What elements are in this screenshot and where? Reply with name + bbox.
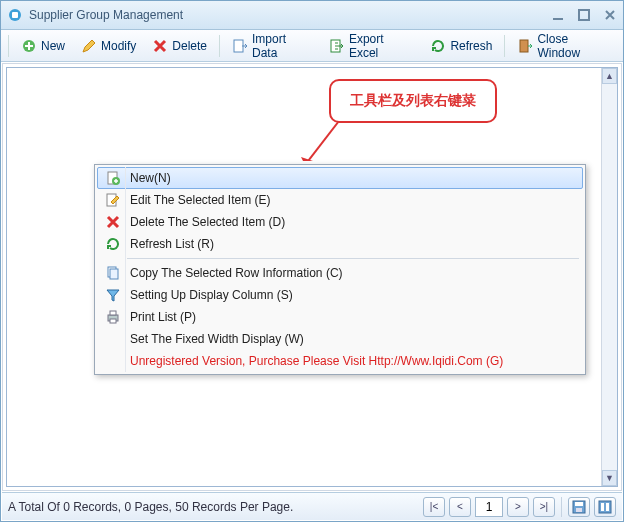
plus-doc-icon (100, 170, 126, 186)
door-icon (517, 38, 533, 54)
svg-rect-19 (599, 501, 611, 513)
toolbar-separator (504, 35, 505, 57)
statusbar: A Total Of 0 Records, 0 Pages, 50 Record… (2, 492, 622, 520)
ctx-edit[interactable]: Edit The Selected Item (E) (97, 189, 583, 211)
ctx-new[interactable]: New(N) (97, 167, 583, 189)
modify-button[interactable]: Modify (74, 34, 143, 58)
statusbar-separator (561, 497, 562, 517)
context-menu-separator (127, 258, 579, 259)
ctx-print[interactable]: Print List (P) (97, 306, 583, 328)
window-controls (551, 8, 617, 22)
titlebar: Supplier Group Management (1, 1, 623, 30)
svg-rect-15 (110, 319, 116, 323)
refresh-icon (430, 38, 446, 54)
pager-next-button[interactable]: > (507, 497, 529, 517)
pager: |< < > >| (423, 497, 555, 517)
edit-icon (100, 192, 126, 208)
export-button[interactable]: Export Excel (322, 28, 421, 64)
svg-rect-21 (606, 503, 609, 511)
pager-page-input[interactable] (475, 497, 503, 517)
close-window-button[interactable]: Close Window (510, 28, 619, 64)
delete-x-icon (100, 214, 126, 230)
modify-label: Modify (101, 39, 136, 53)
svg-rect-3 (579, 10, 589, 20)
export-label: Export Excel (349, 32, 414, 60)
import-icon (232, 38, 248, 54)
pager-last-button[interactable]: >| (533, 497, 555, 517)
toolbar: New Modify Delete Import Data Export Ex (1, 30, 623, 62)
close-window-label: Close Window (537, 32, 612, 60)
svg-rect-5 (234, 40, 243, 52)
ctx-refresh[interactable]: Refresh List (R) (97, 233, 583, 255)
new-button[interactable]: New (14, 34, 72, 58)
printer-icon (100, 309, 126, 325)
plus-icon (21, 38, 37, 54)
svg-rect-17 (575, 502, 583, 506)
context-menu-gutter (125, 167, 126, 372)
ctx-refresh-label: Refresh List (R) (126, 237, 576, 251)
pager-first-button[interactable]: |< (423, 497, 445, 517)
import-button[interactable]: Import Data (225, 28, 320, 64)
ctx-unregistered-label: Unregistered Version, Purchase Please Vi… (126, 354, 576, 368)
close-button[interactable] (603, 8, 617, 22)
ctx-copy[interactable]: Copy The Selected Row Information (C) (97, 262, 583, 284)
svg-rect-1 (12, 12, 18, 18)
ctx-print-label: Print List (P) (126, 310, 576, 324)
refresh-button[interactable]: Refresh (423, 34, 499, 58)
minimize-button[interactable] (551, 8, 565, 22)
toolbar-separator (219, 35, 220, 57)
delete-label: Delete (172, 39, 207, 53)
refresh-icon (100, 236, 126, 252)
ctx-fixedwidth[interactable]: Set The Fixed Width Display (W) (97, 328, 583, 350)
ctx-columns-label: Setting Up Display Column (S) (126, 288, 576, 302)
scroll-down-button[interactable]: ▼ (602, 470, 617, 486)
settings-button[interactable] (594, 497, 616, 517)
copy-icon (100, 265, 126, 281)
window-title: Supplier Group Management (29, 8, 551, 22)
maximize-button[interactable] (577, 8, 591, 22)
svg-rect-20 (601, 503, 604, 511)
export-icon (329, 38, 345, 54)
ctx-new-label: New(N) (126, 171, 576, 185)
ctx-delete-label: Delete The Selected Item (D) (126, 215, 576, 229)
ctx-edit-label: Edit The Selected Item (E) (126, 193, 576, 207)
refresh-label: Refresh (450, 39, 492, 53)
svg-rect-14 (110, 311, 116, 315)
svg-rect-12 (110, 269, 118, 279)
save-layout-button[interactable] (568, 497, 590, 517)
callout-pointer (301, 121, 341, 161)
import-label: Import Data (252, 32, 313, 60)
scroll-up-button[interactable]: ▲ (602, 68, 617, 84)
delete-icon (152, 38, 168, 54)
callout-text: 工具栏及列表右键菜 (350, 92, 476, 110)
callout-bubble: 工具栏及列表右键菜 (329, 79, 497, 123)
pencil-icon (81, 38, 97, 54)
svg-rect-7 (520, 40, 528, 52)
status-message: A Total Of 0 Records, 0 Pages, 50 Record… (8, 500, 423, 514)
new-label: New (41, 39, 65, 53)
ctx-columns[interactable]: Setting Up Display Column (S) (97, 284, 583, 306)
pager-prev-button[interactable]: < (449, 497, 471, 517)
context-menu: New(N) Edit The Selected Item (E) Delete… (94, 164, 586, 375)
svg-rect-18 (576, 508, 582, 512)
ctx-unregistered[interactable]: Unregistered Version, Purchase Please Vi… (97, 350, 583, 372)
toolbar-separator (8, 35, 9, 57)
app-icon (7, 7, 23, 23)
delete-button[interactable]: Delete (145, 34, 214, 58)
funnel-icon (100, 287, 126, 303)
ctx-copy-label: Copy The Selected Row Information (C) (126, 266, 576, 280)
svg-rect-2 (553, 18, 563, 20)
vertical-scrollbar[interactable]: ▲ ▼ (601, 68, 617, 486)
ctx-delete[interactable]: Delete The Selected Item (D) (97, 211, 583, 233)
ctx-fixedwidth-label: Set The Fixed Width Display (W) (126, 332, 576, 346)
window: Supplier Group Management New Mod (0, 0, 624, 522)
